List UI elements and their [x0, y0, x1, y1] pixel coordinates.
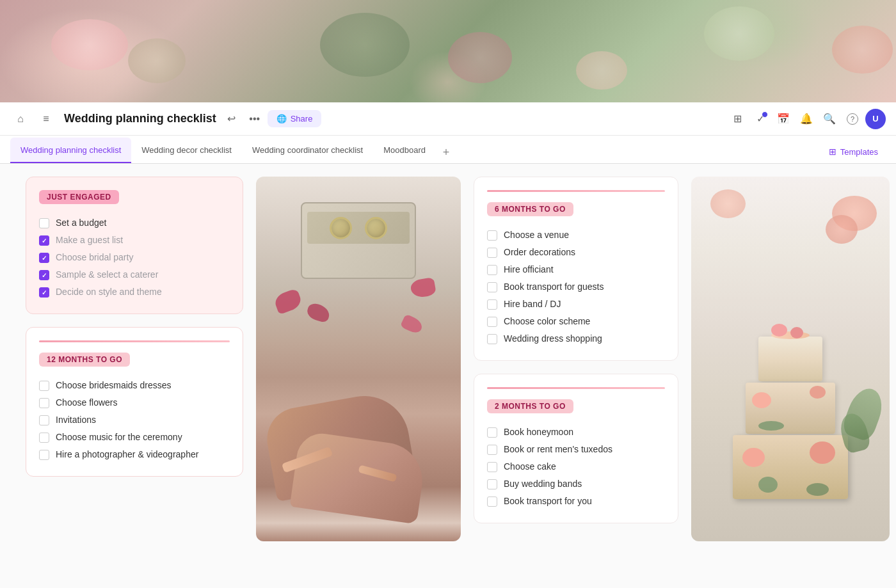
two-months-card: 2 MONTHS TO GO Book honeymoon Book or re… — [474, 374, 678, 523]
home-button[interactable]: ⌂ — [10, 109, 31, 129]
checkbox-tuxedos[interactable] — [487, 445, 497, 455]
checkbox-bands[interactable] — [487, 479, 497, 489]
checkbox-venue[interactable] — [487, 230, 497, 241]
twelve-months-card: 12 MONTHS TO GO Choose bridesmaids dress… — [26, 327, 243, 477]
just-engaged-list: Set a budget Make a guest list Choose br… — [39, 214, 230, 301]
list-item: Choose bridal party — [39, 249, 230, 266]
column-3: 6 MONTHS TO GO Choose a venue Order deco… — [474, 177, 678, 541]
just-engaged-card: JUST ENGAGED Set a budget Make a guest l… — [26, 177, 243, 314]
item-label: Make a guest list — [56, 235, 123, 245]
bell-button[interactable]: 🔔 — [796, 109, 817, 129]
list-item: Buy wedding bands — [487, 475, 665, 493]
item-label: Buy wedding bands — [504, 479, 582, 489]
item-label: Choose bridesmaids dresses — [56, 380, 172, 390]
twelve-months-list: Choose bridesmaids dresses Choose flower… — [39, 377, 230, 463]
list-item: Hire a photographer & videographer — [39, 446, 230, 463]
help-icon: ? — [847, 113, 858, 125]
checkbox-budget[interactable] — [39, 218, 49, 228]
list-item: Invitations — [39, 411, 230, 429]
layout-button[interactable]: ⊞ — [727, 109, 748, 129]
list-item: Sample & select a caterer — [39, 266, 230, 283]
header-banner — [0, 0, 896, 102]
home-icon: ⌂ — [17, 113, 24, 125]
tab-coordinator[interactable]: Wedding coordinator checklist — [242, 138, 373, 163]
tab-add-button[interactable]: + — [436, 143, 456, 163]
twelve-months-badge: 12 MONTHS TO GO — [39, 353, 130, 367]
item-label: Book or rent men's tuxedos — [504, 444, 612, 454]
topnav-actions: ↩ ••• 🌐 Share — [221, 109, 322, 129]
checkbox-music[interactable] — [39, 433, 49, 443]
tab-wedding-planning[interactable]: Wedding planning checklist — [10, 138, 131, 163]
checkbox-color-scheme[interactable] — [487, 317, 497, 327]
undo-button[interactable]: ↩ — [221, 109, 242, 129]
checkbox-officiant[interactable] — [487, 265, 497, 275]
six-months-badge: 6 MONTHS TO GO — [487, 202, 573, 216]
list-item: Set a budget — [39, 214, 230, 232]
six-months-list: Choose a venue Order decorations Hire of… — [487, 226, 665, 347]
tab-coordinator-label: Wedding coordinator checklist — [252, 145, 363, 155]
checkbox-decorations[interactable] — [487, 248, 497, 258]
list-item: Choose bridesmaids dresses — [39, 377, 230, 394]
item-label: Choose a venue — [504, 230, 569, 240]
checkbox-guest-list[interactable] — [39, 235, 49, 246]
list-item: Decide on style and theme — [39, 283, 230, 301]
calendar-icon: 📅 — [777, 113, 790, 125]
item-label: Choose flowers — [56, 397, 118, 408]
item-label: Choose color scheme — [504, 316, 590, 326]
checkbox-cake[interactable] — [487, 462, 497, 472]
layout-icon: ⊞ — [733, 113, 742, 125]
checkbox-transport-guests[interactable] — [487, 282, 497, 292]
main-content: JUST ENGAGED Set a budget Make a guest l… — [0, 164, 896, 588]
checkbox-transport-you[interactable] — [487, 497, 497, 507]
list-item: Order decorations — [487, 244, 665, 261]
list-item: Hire band / DJ — [487, 296, 665, 313]
templates-label: Templates — [840, 147, 878, 157]
templates-button[interactable]: ⊞ Templates — [821, 143, 886, 161]
item-label: Set a budget — [56, 218, 106, 228]
checkbox-bridesmaids[interactable] — [39, 381, 49, 391]
item-label: Hire a photographer & videographer — [56, 449, 198, 459]
list-item: Book or rent men's tuxedos — [487, 441, 665, 458]
two-months-badge: 2 MONTHS TO GO — [487, 399, 573, 413]
item-label: Decide on style and theme — [56, 287, 162, 297]
templates-icon: ⊞ — [829, 147, 836, 157]
item-label: Hire officiant — [504, 264, 554, 274]
item-label: Order decorations — [504, 247, 575, 257]
cake-photo-placeholder — [691, 177, 890, 541]
list-item: Choose flowers — [39, 394, 230, 411]
share-button[interactable]: 🌐 Share — [268, 110, 322, 127]
tab-wedding-planning-label: Wedding planning checklist — [20, 145, 121, 155]
list-item: Choose music for the ceremony — [39, 429, 230, 446]
item-label: Choose cake — [504, 461, 556, 472]
tasks-button[interactable]: ✓ — [750, 109, 771, 129]
checkbox-bridal-party[interactable] — [39, 253, 49, 263]
checkbox-photographer[interactable] — [39, 450, 49, 460]
two-months-divider — [487, 387, 665, 389]
list-item: Book transport for you — [487, 493, 665, 510]
checkbox-band-dj[interactable] — [487, 299, 497, 310]
checkbox-caterer[interactable] — [39, 270, 49, 280]
menu-icon: ≡ — [43, 113, 49, 125]
calendar-button[interactable]: 📅 — [773, 109, 794, 129]
tab-decor[interactable]: Wedding decor checklist — [131, 138, 242, 163]
bell-icon: 🔔 — [800, 113, 813, 125]
checkbox-dress[interactable] — [487, 334, 497, 344]
item-label: Choose music for the ceremony — [56, 432, 182, 442]
tab-moodboard[interactable]: Moodboard — [373, 138, 436, 163]
more-button[interactable]: ••• — [244, 109, 265, 129]
six-months-card: 6 MONTHS TO GO Choose a venue Order deco… — [474, 177, 678, 361]
item-label: Hire band / DJ — [504, 299, 561, 309]
menu-button[interactable]: ≡ — [36, 109, 56, 129]
cake-image-card — [691, 177, 890, 541]
checkbox-style-theme[interactable] — [39, 287, 49, 298]
item-label: Invitations — [56, 415, 96, 425]
checkbox-honeymoon[interactable] — [487, 427, 497, 438]
more-icon: ••• — [249, 113, 260, 125]
checkbox-flowers[interactable] — [39, 398, 49, 408]
search-button[interactable]: 🔍 — [819, 109, 840, 129]
item-label: Sample & select a caterer — [56, 269, 158, 280]
checkbox-invitations[interactable] — [39, 415, 49, 425]
help-button[interactable]: ? — [842, 109, 863, 129]
avatar[interactable]: U — [865, 109, 886, 129]
six-months-divider — [487, 190, 665, 192]
